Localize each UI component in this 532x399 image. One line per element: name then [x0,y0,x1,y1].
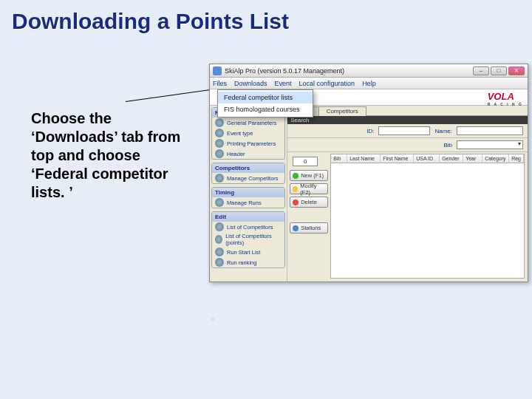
menu-help[interactable]: Help [362,80,376,87]
sidebar-group-competitors: Competitors Manage Competitors [211,163,285,184]
column-headers: Bib Last Name First Name USA ID Gender Y… [330,154,525,163]
brand-name: VOLA [488,91,514,102]
sidebar-item-manage-runs[interactable]: Manage Runs [212,197,284,208]
bib-label: Bib [443,142,452,149]
list-icon [215,235,222,244]
menu-local-config[interactable]: Local configuration [299,80,355,87]
col-category[interactable]: Category [482,154,509,163]
name-input[interactable] [457,126,523,135]
col-bib[interactable]: Bib [331,154,347,163]
sidebar-item-general-parameters[interactable]: General Parameters [212,117,284,128]
close-button[interactable]: X [508,66,525,75]
dropdown-item-fis[interactable]: FIS homologated courses [218,103,313,115]
col-firstname[interactable]: First Name [381,154,414,163]
col-gender[interactable]: Gender [440,154,463,163]
sidebar-label: List of Competitors (points) [225,233,282,246]
window-title: SkiAlp Pro (version 5.0.17 Management) [225,67,473,75]
sidebar-label: Manage Competitors [227,175,279,182]
sidebar-item-run-ranking[interactable]: Run ranking [212,257,284,267]
sidebar-label: General Parameters [227,120,277,126]
sidebar-label: Printing Parameters [227,140,276,147]
app-window: SkiAlp Pro (version 5.0.17 Management) –… [209,64,528,282]
group-title-edit: Edit [212,212,284,222]
tabstrip: Event Competitors [287,106,528,116]
titlebar: SkiAlp Pro (version 5.0.17 Management) –… [210,64,528,78]
maximize-button[interactable]: □ [491,66,507,75]
menu-downloads[interactable]: Downloads [234,80,267,87]
brand-logo: VOLA R A C I N G [488,91,523,106]
sidebar-item-header[interactable]: Header [212,149,284,159]
instruction-text: Choose the ‘Downloads’ tab from top and … [31,109,186,202]
dropdown-item-federal[interactable]: Federal competitor lists [218,92,313,103]
printer-icon [215,139,224,148]
menu-files[interactable]: Files [213,80,227,87]
btn-label: New (F1) [301,172,324,179]
name-label: Name: [434,128,452,134]
sidebar-label: List of Competitors [227,224,273,231]
sidebar-group-timing: Timing Manage Runs [211,187,285,208]
gear-icon [215,118,224,127]
client-area: Parameters General Parameters Event type… [210,106,528,282]
minimize-button[interactable]: – [473,66,489,75]
x-icon [293,200,299,205]
delete-button[interactable]: Delete [290,197,328,208]
sidebar-item-list-competitors-points[interactable]: List of Competitors (points) [212,232,284,247]
clock-icon [215,198,224,207]
people-icon [215,174,224,183]
menu-event[interactable]: Event [275,80,292,87]
sidebar-item-run-start-list[interactable]: Run Start List [212,247,284,257]
btn-label: Delete [301,199,317,205]
sidebar-item-manage-competitors[interactable]: Manage Competitors [212,173,284,183]
app-icon [213,66,222,75]
sidebar-label: Manage Runs [227,200,262,206]
count-box: 0 [293,157,318,166]
col-lastname[interactable]: Last Name [347,154,381,163]
sidebar-item-list-competitors[interactable]: List of Competitors [212,222,284,232]
filter-row-2: Bib ▾ [287,138,528,152]
col-usaid[interactable]: USA ID [414,154,440,163]
callout-line [126,88,221,103]
sidebar-label: Event type [227,130,253,137]
id-label: ID: [366,128,374,134]
downloads-dropdown: Federal competitor lists FIS homologated… [217,89,313,117]
flag-icon [215,248,224,256]
btn-label: Stations [301,225,321,231]
station-icon [293,225,299,231]
modify-button[interactable]: Modify (F2) [290,183,328,194]
id-input[interactable] [378,126,430,135]
col-year[interactable]: Year [463,154,482,163]
brand-sub: R A C I N G [488,102,523,106]
sidebar-item-event-type[interactable]: Event type [212,128,284,138]
sidebar-label: Run ranking [227,259,256,266]
search-bar: Search [287,116,528,124]
filter-row: ID: Name: [287,124,528,138]
main-panel: Event Competitors Search ID: Name: Bib ▾… [287,106,528,282]
pencil-icon [293,186,298,192]
bib-select[interactable]: ▾ [457,140,523,149]
event-icon [215,129,224,137]
slide-title: Downloading a Points List [12,9,289,34]
sidebar-item-printing[interactable]: Printing Parameters [212,138,284,149]
list-icon [215,222,224,231]
col-reg[interactable]: Reg [509,154,524,163]
btn-label: Modify (F2) [300,183,325,196]
stations-button[interactable]: Stations [290,222,328,233]
grid-wrap: Bib Last Name First Name USA ID Gender Y… [330,152,528,282]
mid-wrap: 0 New (F1) Modify (F2) Delete Stations B… [287,152,528,282]
sidebar-label: Header [227,151,245,157]
data-grid[interactable] [330,163,525,279]
group-title-competitors: Competitors [212,163,284,173]
plus-icon [293,173,299,179]
chevron-down-icon: ▾ [518,140,521,147]
trophy-icon [215,258,224,267]
sidebar-group-edit: Edit List of Competitors List of Competi… [211,211,285,268]
new-button[interactable]: New (F1) [290,170,328,181]
tab-competitors[interactable]: Competitors [318,106,366,116]
action-column: 0 New (F1) Modify (F2) Delete Stations [287,152,330,282]
sidebar-label: Run Start List [227,249,260,256]
sidebar: Parameters General Parameters Event type… [210,106,287,282]
group-title-timing: Timing [212,188,284,197]
header-icon [215,149,224,158]
menubar: Files Downloads Event Local configuratio… [210,78,528,89]
